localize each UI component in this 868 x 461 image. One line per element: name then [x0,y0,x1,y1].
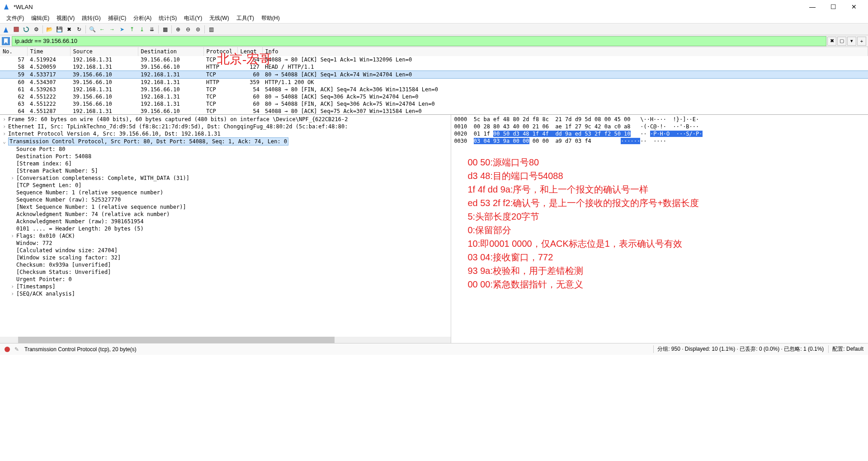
detail-field[interactable]: [Next Sequence Number: 1 (relative seque… [3,203,448,211]
menu-file[interactable]: 文件(F) [3,14,28,23]
menu-telephony[interactable]: 电话(Y) [180,14,206,23]
resize-cols-icon[interactable]: ▥ [207,25,216,34]
open-icon[interactable]: 📂 [45,25,54,34]
col-no[interactable]: No. [0,47,27,56]
detail-field[interactable]: Destination Port: 54088 [3,153,448,160]
detail-frame[interactable]: Frame 59: 60 bytes on wire (480 bits), 6… [8,116,348,122]
detail-tcp[interactable]: Transmission Control Protocol, Src Port:… [8,137,288,146]
autoscroll-icon[interactable]: ⇊ [147,25,156,34]
detail-field[interactable]: [TCP Segment Len: 0] [3,182,448,189]
hex-pane[interactable]: 0000 5c ba ef 48 80 2d f8 8c 21 7d d9 5d… [451,115,868,343]
status-selection: Transmission Control Protocol (tcp), 20 … [24,346,651,353]
restart-capture-icon[interactable] [22,25,31,34]
menu-go[interactable]: 跳转(G) [78,14,104,23]
status-profile[interactable]: 配置: Default [828,345,863,353]
colorize-icon[interactable]: ▦ [160,25,170,34]
zoom-reset-icon[interactable]: ⊜ [193,25,203,34]
apply-filter-icon[interactable]: ▢ [837,37,846,46]
history-filter-icon[interactable]: ▾ [847,37,856,46]
col-dest[interactable]: Destination [138,47,203,56]
expert-info-icon[interactable] [5,347,10,352]
detail-field[interactable]: [Stream index: 6] [3,160,448,167]
menu-capture[interactable]: 捕获(C) [104,14,130,23]
col-time[interactable]: Time [27,47,70,56]
packet-header-row: No. Time Source Destination Protocol Len… [0,47,868,56]
table-row[interactable]: 644.551287192.168.1.3139.156.66.10TCP545… [0,108,868,115]
table-row[interactable]: 634.55122239.156.66.10192.168.1.31TCP608… [0,100,868,108]
menu-stats[interactable]: 统计(S) [155,14,180,23]
detail-field[interactable]: Sequence Number (raw): 525327770 [3,196,448,203]
detail-field[interactable]: [Stream Packet Number: 5] [3,167,448,174]
zoom-out-icon[interactable]: ⊖ [184,25,193,34]
status-packets: 分组: 950 · Displayed: 10 (1.1%) · 已丢弃: 0 … [653,345,824,353]
bookmark-icon[interactable] [2,37,10,45]
detail-eth[interactable]: Ethernet II, Src: TpLinkTechno_7d:d9:5d … [8,123,348,130]
table-row[interactable]: 624.55122239.156.66.10192.168.1.31TCP608… [0,93,868,100]
detail-field[interactable]: [Window size scaling factor: 32] [3,254,448,261]
prev-icon[interactable]: ← [98,25,107,34]
table-row[interactable]: 574.519924192.168.1.3139.156.66.10TCP545… [0,56,868,63]
menu-help[interactable]: 帮助(H) [258,14,283,23]
find-icon[interactable]: 🔍 [88,25,97,34]
first-icon[interactable]: ⤒ [127,25,137,34]
reload-icon[interactable]: ↻ [75,25,84,34]
close-button[interactable]: ✕ [844,0,864,14]
detail-field[interactable]: [Checksum Status: Unverified] [3,268,448,276]
table-row[interactable]: 614.539263192.168.1.3139.156.66.10TCP545… [0,86,868,93]
packet-list[interactable]: 北京-宏哥 No. Time Source Destination Protoc… [0,47,868,115]
add-filter-icon[interactable]: + [857,37,866,46]
detail-field[interactable]: ›[Timestamps] [3,283,448,290]
menubar: 文件(F) 编辑(E) 视图(V) 跳转(G) 捕获(C) 分析(A) 统计(S… [0,14,868,24]
menu-edit[interactable]: 编辑(E) [28,14,53,23]
menu-tools[interactable]: 工具(T) [233,14,258,23]
maximize-button[interactable]: ☐ [823,0,844,14]
table-row[interactable]: 604.53430739.156.66.10192.168.1.31HTTP35… [0,79,868,86]
packet-details[interactable]: ›Frame 59: 60 bytes on wire (480 bits), … [0,115,451,343]
save-icon[interactable]: 💾 [55,25,64,34]
annotation-title: 北京-宏哥 [217,51,272,68]
col-source[interactable]: Source [70,47,138,56]
last-icon[interactable]: ⤓ [137,25,146,34]
start-capture-icon[interactable] [2,25,11,34]
detail-field[interactable]: Sequence Number: 1 (relative sequence nu… [3,189,448,196]
detail-field[interactable]: Acknowledgment Number: 74 (relative ack … [3,211,448,218]
stop-capture-icon[interactable] [12,25,21,34]
annotation-notes: 00 50:源端口号80 d3 48:目的端口号54088 1f 4f dd 9… [467,155,699,291]
scrollbar-h[interactable] [0,337,451,343]
detail-field[interactable]: Acknowledgment Number (raw): 3981651954 [3,218,448,225]
zoom-in-icon[interactable]: ⊕ [174,25,183,34]
filter-bar: ✖ ▢ ▾ + [0,35,868,47]
capture-comment-icon[interactable]: ✎ [14,346,19,353]
detail-field[interactable]: Urgent Pointer: 0 [3,276,448,283]
svg-rect-0 [14,27,19,32]
detail-field[interactable]: ›[SEQ/ACK analysis] [3,290,448,297]
titlebar: *WLAN — ☐ ✕ [0,0,868,14]
goto-icon[interactable]: ➤ [118,25,127,34]
close-file-icon[interactable]: ✖ [65,25,74,34]
detail-field[interactable]: [Calculated window size: 24704] [3,247,448,254]
menu-wireless[interactable]: 无线(W) [206,14,232,23]
app-icon [4,3,11,10]
statusbar: ✎ Transmission Control Protocol (tcp), 2… [0,343,868,355]
detail-field[interactable]: ›Flags: 0x010 (ACK) [3,232,448,240]
next-icon[interactable]: → [108,25,117,34]
detail-ip[interactable]: Internet Protocol Version 4, Src: 39.156… [8,131,221,137]
table-row[interactable]: 584.520059192.168.1.3139.156.66.10HTTP12… [0,63,868,71]
menu-analyze[interactable]: 分析(A) [130,14,155,23]
detail-field[interactable]: Checksum: 0x939a [unverified] [3,261,448,268]
detail-field[interactable]: Source Port: 80 [3,146,448,153]
detail-field[interactable]: 0101 .... = Header Length: 20 bytes (5) [3,225,448,232]
minimize-button[interactable]: — [802,0,823,14]
toolbar: ⚙ 📂 💾 ✖ ↻ 🔍 ← → ➤ ⤒ ⤓ ⇊ ▦ ⊕ ⊖ ⊜ ▥ [0,24,868,35]
menu-view[interactable]: 视图(V) [53,14,78,23]
clear-filter-icon[interactable]: ✖ [827,37,836,46]
table-row[interactable]: 594.53371739.156.66.10192.168.1.31TCP608… [0,71,868,79]
col-info[interactable]: Info [262,47,868,56]
window-title: *WLAN [14,4,802,10]
detail-field[interactable]: ›[Conversation completeness: Complete, W… [3,174,448,182]
detail-field[interactable]: Window: 772 [3,240,448,247]
display-filter-input[interactable] [12,36,826,46]
options-capture-icon[interactable]: ⚙ [32,25,41,34]
